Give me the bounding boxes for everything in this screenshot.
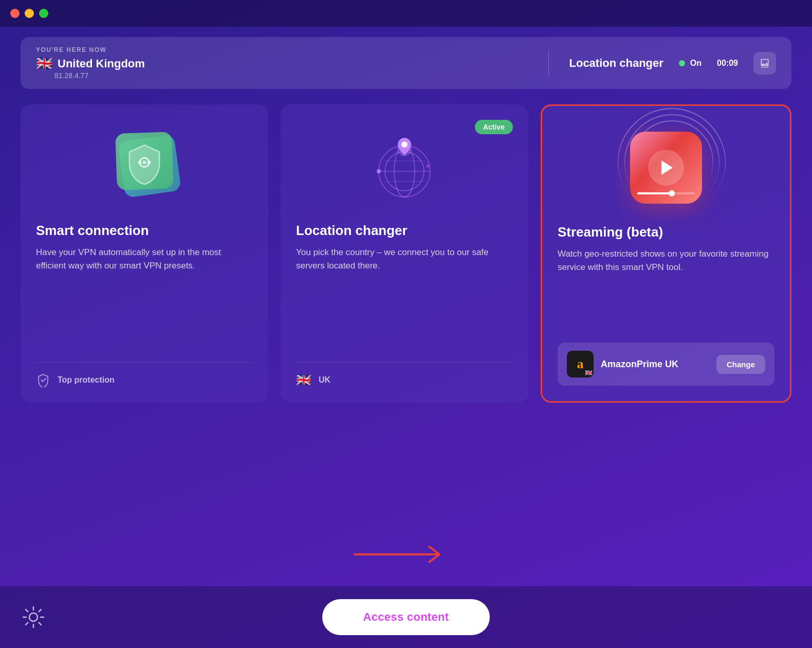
card-streaming[interactable]: Streaming (beta) Watch geo-restricted sh… [541,104,791,403]
smart-connection-title: Smart connection [36,223,253,239]
amazon-icon: a 🇬🇧 [567,351,594,377]
globe-pin-icon [371,128,438,205]
ip-address: 81.28.4.77 [54,71,88,80]
header-right: Location changer On 00:09 [569,52,777,75]
minimize-button[interactable] [25,9,34,18]
location-changer-title: Location changer [296,223,513,239]
slider-progress [637,192,672,194]
close-button[interactable] [10,9,20,18]
arrow-container [349,539,452,572]
streaming-icon-wrap [625,127,707,209]
status-on-label: On [690,59,702,68]
active-badge: Active [475,120,513,134]
streaming-title: Streaming (beta) [558,224,774,240]
globe-icon-wrap [371,125,438,207]
streaming-desc: Watch geo-restricted shows on your favor… [558,247,774,327]
status-row: On [679,59,702,68]
uk-flag: 🇬🇧 [296,373,311,387]
protection-shield-icon [36,373,50,387]
header-bar: YOU'RE HERE NOW 🇬🇧 United Kingdom 81.28.… [21,37,791,89]
flag-icon [760,58,770,68]
streaming-icon-bg [630,132,702,204]
smart-connection-desc: Have your VPN automatically set up in th… [36,246,253,347]
country-flag: 🇬🇧 [36,56,52,71]
svg-point-10 [377,169,381,173]
amazon-a-letter: a [577,356,584,372]
svg-point-15 [29,613,38,621]
card-location-changer[interactable]: Active [281,104,528,403]
play-button-icon [648,150,684,186]
svg-point-3 [147,160,151,164]
location-changer-desc: You pick the country – we connect you to… [296,246,513,347]
slider-bar [637,192,695,194]
play-triangle [661,160,673,175]
header-divider [548,50,549,76]
svg-point-12 [426,165,429,168]
shield-icon-wrap [111,133,178,200]
access-content-button[interactable]: Access content [322,599,490,635]
streaming-service-name: AmazonPrime UK [601,359,709,370]
smart-connection-icon-area [36,120,253,212]
location-changer-header-label: Location changer [569,57,663,70]
svg-point-1 [138,160,142,164]
bottom-bar: Access content [0,586,812,648]
location-info: YOU'RE HERE NOW 🇬🇧 United Kingdom 81.28.… [36,46,528,80]
titlebar [0,0,812,27]
country-name: United Kingdom [58,57,145,70]
settings-icon[interactable] [21,604,46,630]
streaming-icon-area [558,121,774,214]
protection-label: Top protection [58,375,115,385]
amazon-flag: 🇬🇧 [585,369,593,376]
change-button[interactable]: Change [716,355,765,374]
here-now-label: YOU'RE HERE NOW [36,46,106,53]
connection-timer: 00:09 [717,59,738,68]
arrow-icon [349,539,452,570]
maximize-button[interactable] [39,9,48,18]
cards-container: Smart connection Have your VPN automatic… [0,104,812,403]
svg-point-14 [401,141,408,148]
card-smart-connection[interactable]: Smart connection Have your VPN automatic… [21,104,268,403]
svg-point-2 [143,160,146,164]
uk-label: UK [319,375,330,385]
location-changer-footer: 🇬🇧 UK [296,362,513,387]
streaming-footer: a 🇬🇧 AmazonPrime UK Change [558,343,774,386]
status-dot [679,60,685,66]
smart-connection-footer: Top protection [36,362,253,387]
slider-thumb [669,190,675,196]
shield-icon [121,140,168,187]
flag-button[interactable] [753,52,776,75]
